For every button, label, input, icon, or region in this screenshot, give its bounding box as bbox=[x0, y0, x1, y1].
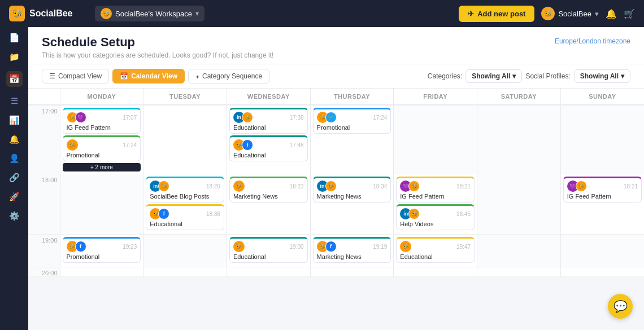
categories-label: Categories: bbox=[428, 72, 462, 80]
sidebar-icon-list[interactable]: ☰ bbox=[11, 96, 18, 106]
event-card[interactable]: 💜 🐝 18:21 IG Feed Pattern bbox=[396, 177, 475, 203]
page-subtitle: This is how your categories are schedule… bbox=[42, 51, 273, 59]
col-tuesday: TUESDAY bbox=[143, 89, 227, 105]
profiles-label: Social Profiles: bbox=[525, 72, 570, 80]
categories-select[interactable]: Showing All▾ bbox=[465, 69, 522, 83]
sidebar-icon-rocket[interactable]: 🚀 bbox=[9, 192, 20, 202]
event-card[interactable]: 🐝 🐦 17:24 Promotional bbox=[313, 108, 391, 134]
sidebar-icon-link[interactable]: 🔗 bbox=[9, 173, 20, 183]
sidebar-icon-user[interactable]: 👤 bbox=[9, 153, 20, 164]
event-card[interactable]: in 🐝 17:38 Educational bbox=[229, 108, 308, 134]
nav-user[interactable]: 🐝 SocialBee ▾ bbox=[541, 7, 599, 20]
col-saturday: SATURDAY bbox=[477, 89, 561, 105]
timezone-link[interactable]: Europe/London timezone bbox=[555, 37, 630, 45]
compact-view-button[interactable]: ☰ Compact View bbox=[42, 69, 109, 83]
sidebar-icon-folder[interactable]: 📁 bbox=[9, 52, 20, 62]
event-card[interactable]: in 🐝 18:20 SocialBee Blog Posts bbox=[146, 177, 224, 203]
col-thursday: THURSDAY bbox=[310, 89, 394, 105]
event-card[interactable]: 🐝 19:00 Educational bbox=[229, 237, 308, 263]
category-sequence-button[interactable]: ⬧ Category Sequence bbox=[188, 69, 269, 83]
event-card[interactable]: in 🐝 18:45 Help Videos bbox=[396, 204, 475, 230]
event-card[interactable]: 🐝 f 19:23 Promotional bbox=[63, 237, 141, 263]
cart-icon[interactable]: 🛒 bbox=[624, 8, 635, 19]
col-friday: FRIDAY bbox=[394, 89, 477, 105]
more-button[interactable]: + 2 more bbox=[63, 163, 141, 171]
page-title: Schedule Setup bbox=[42, 35, 273, 50]
sidebar: 📄 📁 📅 ☰ 📊 🔔 👤 🔗 🚀 ⚙️ bbox=[0, 27, 28, 330]
sidebar-icon-bell[interactable]: 🔔 bbox=[9, 134, 20, 144]
sidebar-icon-settings[interactable]: ⚙️ bbox=[9, 211, 20, 221]
event-card[interactable]: in 🐝 18:34 Marketing News bbox=[313, 177, 391, 203]
event-card[interactable]: 💜 🐝 18:21 IG Feed Pattern bbox=[563, 177, 642, 203]
event-card[interactable]: 🐝 f 18:36 Educational bbox=[146, 204, 224, 230]
sidebar-icon-calendar[interactable]: 📅 bbox=[6, 71, 23, 87]
event-card[interactable]: 🐝 17:24 Promotional bbox=[63, 135, 141, 161]
event-card[interactable]: 🐝 f 19:19 Marketing News bbox=[313, 237, 391, 263]
event-card[interactable]: 🐝 19:47 Educational bbox=[396, 237, 475, 263]
sidebar-icon-document[interactable]: 📄 bbox=[9, 33, 20, 43]
notifications-icon[interactable]: 🔔 bbox=[606, 8, 617, 19]
add-post-button[interactable]: ✈ Add new post bbox=[459, 6, 534, 22]
event-card[interactable]: 🐝 18:23 Marketing News bbox=[229, 177, 308, 203]
col-sunday: SUNDAY bbox=[560, 89, 644, 105]
event-card[interactable]: 🐝 f 17:48 Educational bbox=[229, 135, 308, 161]
workspace-button[interactable]: 🐝 SocialBee's Workspace ▾ bbox=[95, 6, 204, 21]
col-wednesday: WEDNESDAY bbox=[227, 89, 310, 105]
chat-bubble[interactable]: 💬 bbox=[608, 294, 633, 319]
sidebar-icon-chart[interactable]: 📊 bbox=[9, 115, 20, 125]
logo: 🐝 SocialBee bbox=[9, 6, 88, 21]
event-card[interactable]: 🐝 💜 17:07 IG Feed Pattern bbox=[63, 108, 141, 134]
profiles-select[interactable]: Showing All▾ bbox=[574, 69, 630, 83]
calendar-view-button[interactable]: 📅 Calendar View bbox=[112, 69, 185, 83]
col-monday: MONDAY bbox=[60, 89, 143, 105]
